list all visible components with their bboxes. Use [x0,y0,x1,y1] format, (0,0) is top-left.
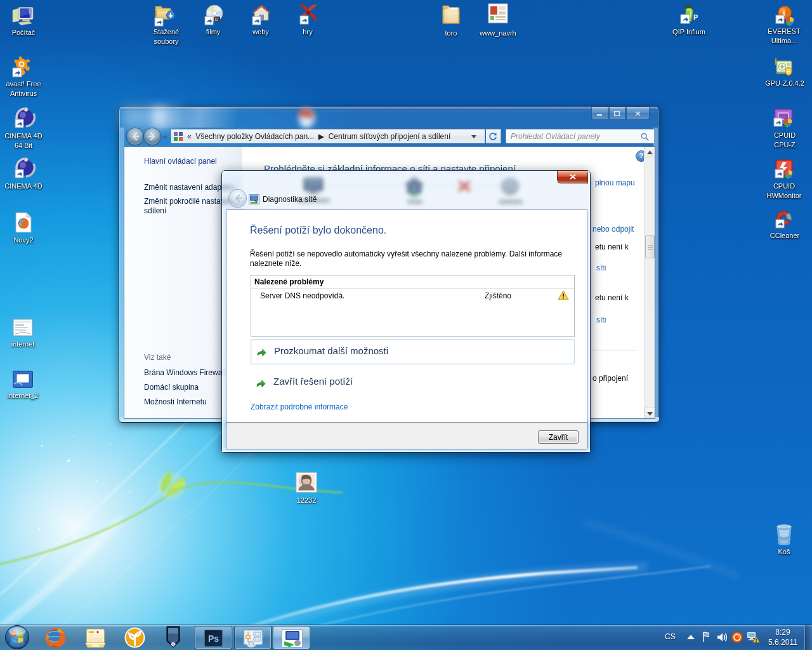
svg-text:P: P [693,13,698,21]
svg-text:D: D [215,17,218,22]
